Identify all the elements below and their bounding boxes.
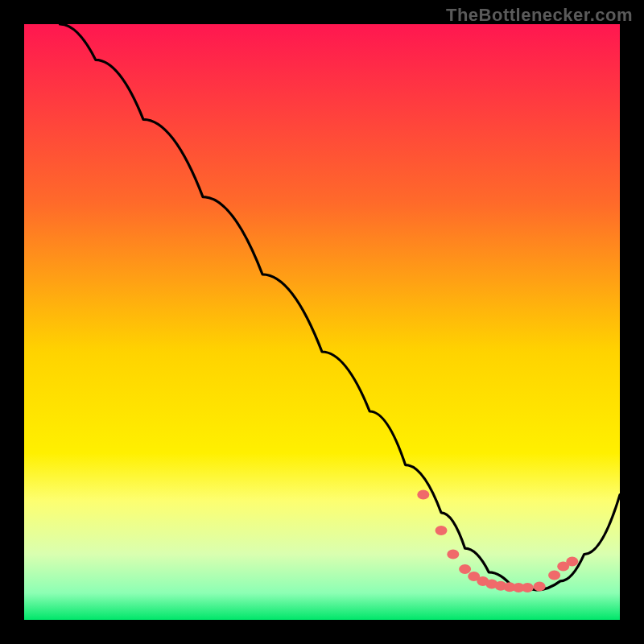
data-dot [417,490,429,500]
data-dot [459,564,471,574]
chart-svg [24,24,620,620]
data-dot [534,582,546,592]
gradient-background [24,24,620,620]
data-dot [447,550,459,559]
chart-frame: TheBottlenecker.com [0,0,644,644]
data-dot [436,526,448,535]
data-dot [566,557,578,567]
data-dot [522,583,534,592]
watermark-text: TheBottlenecker.com [446,5,633,26]
data-dot [548,571,560,580]
bottleneck-chart [24,24,620,620]
